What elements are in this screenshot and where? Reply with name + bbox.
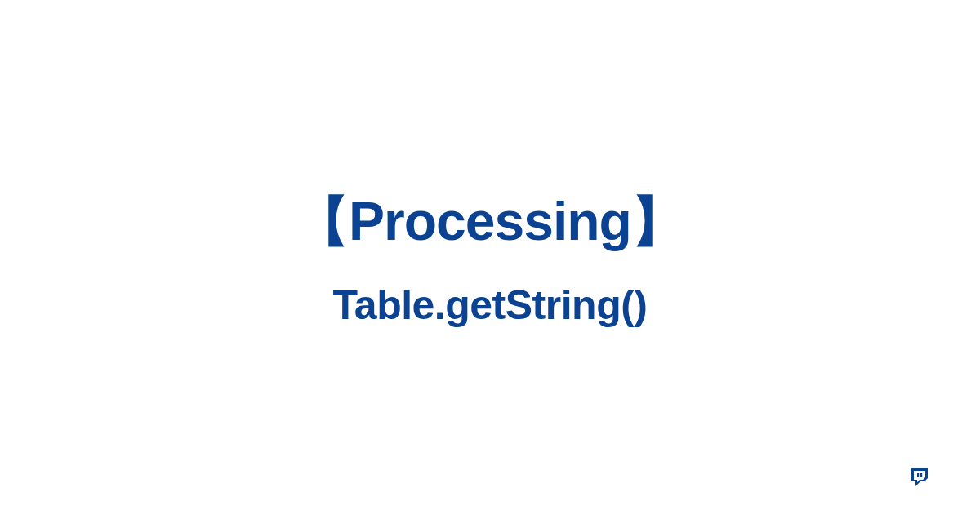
page-subtitle: Table.getString(): [296, 281, 684, 329]
main-content: 【Processing】 Table.getString(): [296, 185, 684, 329]
svg-rect-1: [920, 473, 922, 477]
site-logo-icon: [911, 468, 928, 486]
svg-rect-0: [917, 473, 919, 477]
page-title: 【Processing】: [296, 185, 684, 259]
